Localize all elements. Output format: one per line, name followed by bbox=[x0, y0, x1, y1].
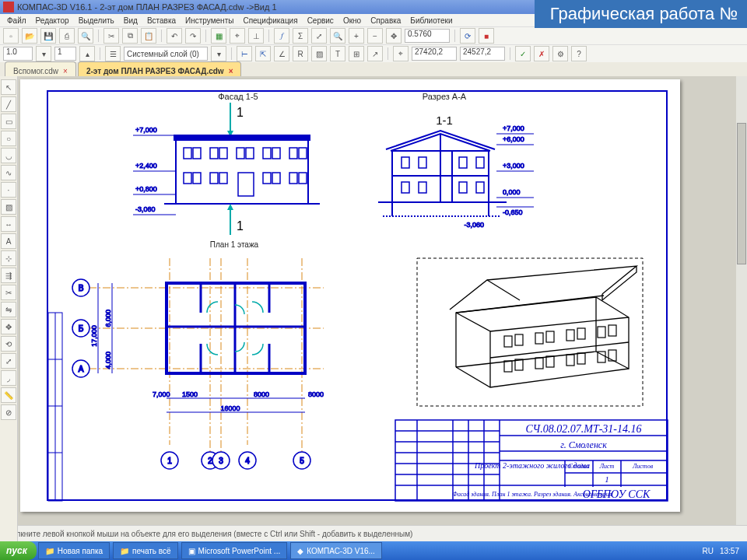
offset-icon[interactable]: ⇶ bbox=[1, 268, 16, 283]
leader-icon[interactable]: ↗ bbox=[367, 46, 383, 61]
dim-ang-icon[interactable]: ∠ bbox=[274, 46, 289, 61]
redo-icon[interactable]: ↷ bbox=[185, 28, 201, 44]
scale-field[interactable]: 1.0 bbox=[3, 47, 33, 61]
menu-spec[interactable]: Спецификация bbox=[239, 16, 301, 25]
start-button[interactable]: пуск bbox=[0, 541, 37, 560]
vars-icon[interactable]: Σ bbox=[293, 28, 308, 44]
new-icon[interactable]: ▫ bbox=[3, 28, 19, 44]
rotate-icon[interactable]: ⟲ bbox=[1, 336, 16, 352]
system-tray[interactable]: RU 13:57 bbox=[695, 547, 747, 555]
stop-icon[interactable]: ■ bbox=[479, 28, 494, 44]
menu-editor[interactable]: Редактор bbox=[32, 16, 73, 25]
spin-up-icon[interactable]: ▴ bbox=[79, 46, 95, 61]
spin-field[interactable]: 1 bbox=[54, 47, 76, 61]
spline-icon[interactable]: ∿ bbox=[1, 165, 16, 180]
layer-combo[interactable]: Системный слой (0) bbox=[124, 47, 208, 61]
menu-tools[interactable]: Инструменты bbox=[181, 16, 237, 25]
ortho-icon[interactable]: ⊥ bbox=[248, 28, 264, 44]
coord-y[interactable]: 24527,2 bbox=[460, 47, 505, 61]
svg-rect-71 bbox=[535, 333, 543, 344]
scale-tool-icon[interactable]: ⤢ bbox=[1, 353, 16, 369]
scroll-thumb[interactable] bbox=[737, 123, 746, 264]
save-icon[interactable]: 💾 bbox=[40, 28, 56, 44]
layer-dd-icon[interactable]: ▾ bbox=[211, 46, 226, 61]
circle-icon[interactable]: ○ bbox=[1, 131, 16, 146]
coord-toggle-icon[interactable]: ⌖ bbox=[393, 46, 409, 61]
svg-rect-54 bbox=[459, 182, 467, 193]
cut-icon[interactable]: ✂ bbox=[103, 28, 119, 44]
coord-x[interactable]: 27420,2 bbox=[412, 47, 457, 61]
hatch-tool-icon[interactable]: ▨ bbox=[1, 199, 16, 215]
zoom-win-icon[interactable]: 🔍 bbox=[330, 28, 345, 44]
menu-libs[interactable]: Библиотеки bbox=[406, 16, 456, 25]
cancel-icon[interactable]: ✗ bbox=[534, 46, 549, 61]
pan-icon[interactable]: ✥ bbox=[386, 28, 402, 44]
close-icon[interactable]: × bbox=[63, 67, 68, 75]
svg-text:+0,800: +0,800 bbox=[135, 185, 157, 193]
task-powerpoint[interactable]: ▣Microsoft PowerPoint ... bbox=[181, 542, 288, 559]
print-icon[interactable]: ⎙ bbox=[59, 28, 75, 44]
axis-icon[interactable]: ⊹ bbox=[1, 250, 16, 266]
svg-rect-25 bbox=[299, 148, 307, 159]
trim-icon[interactable]: ✂ bbox=[1, 285, 16, 300]
start-label: пуск bbox=[6, 545, 27, 556]
menu-file[interactable]: Файл bbox=[3, 16, 30, 25]
layers-icon[interactable]: ☰ bbox=[105, 46, 121, 61]
copy-icon[interactable]: ⧉ bbox=[122, 28, 138, 44]
mirror-icon[interactable]: ⇋ bbox=[1, 302, 16, 317]
svg-text:-3,060: -3,060 bbox=[464, 221, 484, 229]
menu-help[interactable]: Справка bbox=[366, 16, 405, 25]
close-icon[interactable]: × bbox=[229, 67, 233, 75]
lang-indicator[interactable]: RU bbox=[703, 547, 714, 555]
snap-icon[interactable]: ⌖ bbox=[230, 28, 245, 44]
menu-service[interactable]: Сервис bbox=[303, 16, 338, 25]
dim-align-icon[interactable]: ⇱ bbox=[255, 46, 271, 61]
open-icon[interactable]: 📂 bbox=[22, 28, 37, 44]
dim-rad-icon[interactable]: R bbox=[293, 46, 308, 61]
line-icon[interactable]: ╱ bbox=[1, 96, 16, 112]
library-icon[interactable]: 𝑓 bbox=[274, 28, 289, 44]
grid-icon[interactable]: ▦ bbox=[211, 28, 226, 44]
tab-doc-2[interactable]: 2-эт дом ПЛАН РАЗРЕЗ ФАСАД.cdw× bbox=[78, 61, 242, 78]
preview-icon[interactable]: 🔍 bbox=[78, 28, 93, 44]
dim-linear-icon[interactable]: ⊢ bbox=[237, 46, 252, 61]
task-kompas[interactable]: ◆КОМПАС-3D V16... bbox=[290, 542, 382, 559]
svg-text:г. Смоленск: г. Смоленск bbox=[560, 439, 607, 450]
hatch-icon[interactable]: ▨ bbox=[311, 46, 327, 61]
refresh-icon[interactable]: ⟳ bbox=[460, 28, 475, 44]
scrollbar-vertical[interactable] bbox=[735, 76, 747, 534]
zoom-field[interactable]: 0.5760 bbox=[405, 29, 450, 43]
fillet-icon[interactable]: ◞ bbox=[1, 370, 16, 386]
facade-view: Фасад 1-5 1 +7,000 +2,400 +0,800 -3,060 bbox=[133, 92, 320, 235]
svg-text:6,000: 6,000 bbox=[104, 310, 112, 327]
dim-tool-icon[interactable]: ↔ bbox=[1, 216, 16, 232]
tab-doc-1[interactable]: Вспомог.cdw× bbox=[5, 61, 76, 78]
menu-window[interactable]: Окно bbox=[339, 16, 365, 25]
scale-dd-icon[interactable]: ▾ bbox=[36, 46, 51, 61]
help-icon[interactable]: ? bbox=[571, 46, 587, 61]
drawing-canvas[interactable]: Фасад 1-5 1 +7,000 +2,400 +0,800 -3,060 bbox=[17, 76, 736, 534]
measure-icon[interactable]: 📏 bbox=[1, 387, 16, 403]
menu-select[interactable]: Выделить bbox=[75, 16, 118, 25]
text-icon[interactable]: T bbox=[330, 46, 345, 61]
paste-icon[interactable]: 📋 bbox=[141, 28, 156, 44]
zoom-in-icon[interactable]: + bbox=[349, 28, 364, 44]
ok-icon[interactable]: ✓ bbox=[515, 46, 531, 61]
task-print[interactable]: 📁печать всё bbox=[113, 542, 178, 559]
menu-view[interactable]: Вид bbox=[120, 16, 142, 25]
table-icon[interactable]: ⊞ bbox=[349, 46, 364, 61]
zoom-out-icon[interactable]: − bbox=[367, 28, 383, 44]
svg-text:1500: 1500 bbox=[182, 390, 198, 398]
arc-icon[interactable]: ◡ bbox=[1, 148, 16, 163]
rect-icon[interactable]: ▭ bbox=[1, 114, 16, 129]
settings-icon[interactable]: ⚙ bbox=[552, 46, 568, 61]
pointer-icon[interactable]: ↖ bbox=[1, 79, 16, 95]
break-icon[interactable]: ⊘ bbox=[1, 404, 16, 420]
point-icon[interactable]: · bbox=[1, 182, 16, 198]
menu-insert[interactable]: Вставка bbox=[143, 16, 180, 25]
text-tool-icon[interactable]: A bbox=[1, 233, 16, 249]
undo-icon[interactable]: ↶ bbox=[167, 28, 182, 44]
zoom-fit-icon[interactable]: ⤢ bbox=[311, 28, 327, 44]
task-folder[interactable]: 📁Новая папка bbox=[38, 542, 110, 559]
move-icon[interactable]: ✥ bbox=[1, 319, 16, 334]
